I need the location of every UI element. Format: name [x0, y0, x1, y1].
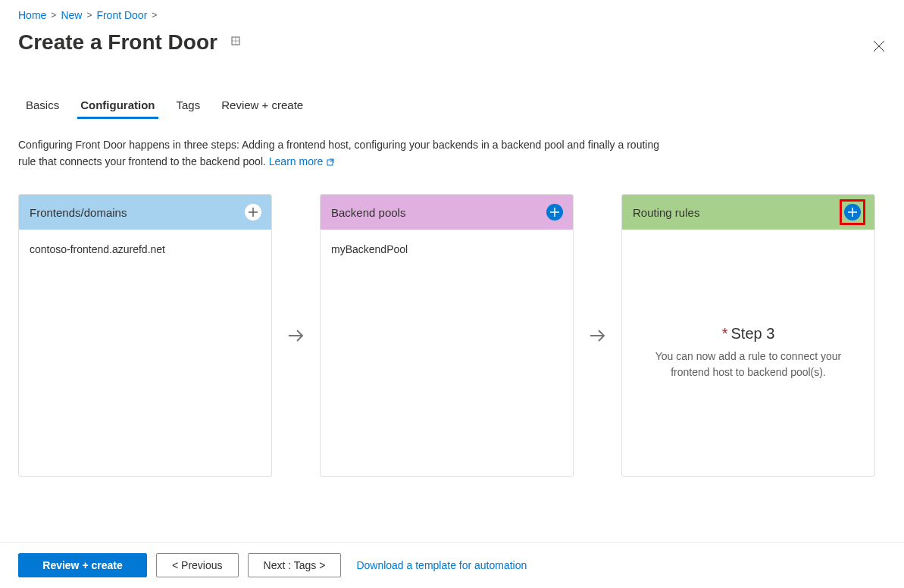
required-marker: *: [722, 325, 728, 342]
previous-button[interactable]: < Previous: [156, 553, 239, 577]
panel-title-routing: Routing rules: [633, 206, 699, 219]
panel-header-backends: Backend pools: [321, 195, 573, 230]
panel-routing: Routing rules *Step 3 You can now add a …: [621, 194, 875, 477]
panel-body-frontends: contoso-frontend.azurefd.net: [19, 230, 271, 476]
learn-more-link[interactable]: Learn more: [269, 155, 335, 167]
title-row: Create a Front Door: [0, 26, 904, 55]
description-text: Configuring Front Door happens in three …: [0, 117, 697, 170]
download-template-link[interactable]: Download a template for automation: [356, 559, 527, 571]
page-title: Create a Front Door: [18, 30, 217, 55]
chevron-right-icon: >: [86, 10, 92, 20]
frontend-item[interactable]: contoso-frontend.azurefd.net: [30, 243, 261, 255]
next-button[interactable]: Next : Tags >: [248, 553, 342, 577]
tab-tags[interactable]: Tags: [174, 92, 204, 117]
chevron-right-icon: >: [152, 10, 157, 20]
backend-item[interactable]: myBackendPool: [331, 243, 562, 255]
tab-review-create[interactable]: Review + create: [218, 92, 306, 117]
tab-configuration[interactable]: Configuration: [77, 92, 158, 117]
chevron-right-icon: >: [51, 10, 56, 20]
step-label: *Step 3: [722, 325, 775, 342]
description-copy: Configuring Front Door happens in three …: [18, 139, 659, 167]
panel-body-routing: *Step 3 You can now add a rule to connec…: [622, 230, 874, 476]
breadcrumb-link-home[interactable]: Home: [18, 9, 46, 21]
pin-icon[interactable]: [230, 35, 242, 50]
add-backend-button[interactable]: [546, 203, 564, 221]
breadcrumb-link-frontdoor[interactable]: Front Door: [96, 9, 147, 21]
panel-title-frontends: Frontends/domains: [30, 206, 127, 219]
panel-header-frontends: Frontends/domains: [19, 195, 271, 230]
breadcrumb: Home > New > Front Door >: [0, 0, 904, 26]
arrow-icon: [574, 194, 621, 477]
tab-basics[interactable]: Basics: [23, 92, 62, 117]
arrow-icon: [272, 194, 320, 477]
panel-backends: Backend pools myBackendPool: [320, 194, 574, 477]
review-create-button[interactable]: Review + create: [18, 553, 147, 577]
add-frontend-button[interactable]: [244, 203, 262, 221]
close-icon[interactable]: [872, 39, 886, 55]
panel-header-routing: Routing rules: [622, 195, 874, 230]
breadcrumb-link-new[interactable]: New: [61, 9, 82, 21]
panel-title-backends: Backend pools: [331, 206, 405, 219]
config-panels: Frontends/domains contoso-frontend.azure…: [0, 170, 904, 477]
highlight-add-routing: [840, 199, 865, 225]
panel-frontends: Frontends/domains contoso-frontend.azure…: [18, 194, 272, 477]
add-routing-rule-button[interactable]: [843, 203, 862, 221]
tabs: Basics Configuration Tags Review + creat…: [0, 55, 904, 117]
step-text: You can now add a rule to connect your f…: [637, 349, 859, 380]
panel-body-backends: myBackendPool: [321, 230, 573, 476]
footer: Review + create < Previous Next : Tags >…: [0, 542, 904, 588]
